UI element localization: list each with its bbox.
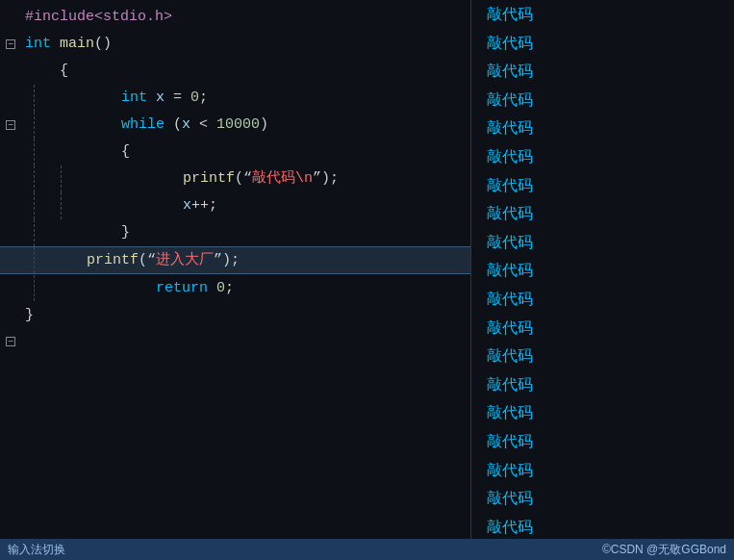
sidebar-item: 敲代码 bbox=[471, 0, 734, 29]
code-line: } bbox=[0, 219, 470, 246]
token: ; bbox=[225, 280, 234, 296]
sidebar-item: 敲代码 bbox=[471, 228, 734, 257]
code-lines: #include<stdio.h>−int main() { int x = 0… bbox=[0, 0, 470, 359]
sidebar-item: 敲代码 bbox=[471, 427, 734, 456]
sidebar-item: 敲代码 bbox=[471, 256, 734, 285]
indent-guide bbox=[21, 112, 48, 138]
sidebar-item: 敲代码 bbox=[471, 456, 734, 485]
token: ”); bbox=[214, 252, 240, 268]
code-content: printf(“进入大厂”); bbox=[48, 247, 470, 273]
token: } bbox=[25, 307, 34, 323]
token bbox=[52, 252, 87, 268]
sidebar-item: 敲代码 bbox=[471, 171, 734, 200]
indent-guide bbox=[21, 139, 48, 165]
code-content: #include<stdio.h> bbox=[21, 4, 470, 30]
token bbox=[52, 280, 156, 296]
token bbox=[52, 89, 121, 106]
token: < bbox=[190, 116, 216, 133]
code-line: { bbox=[0, 139, 470, 165]
code-line: return 0; bbox=[0, 274, 470, 301]
token bbox=[79, 197, 183, 214]
token: 10000 bbox=[216, 116, 260, 133]
token: (“ bbox=[235, 170, 252, 187]
fold-icon[interactable]: − bbox=[0, 337, 21, 346]
code-line: int x = 0; bbox=[0, 85, 470, 112]
token: (“ bbox=[139, 252, 156, 268]
status-bar: 输入法切换 ©CSDN @无敬GGBond bbox=[0, 539, 734, 560]
fold-icon[interactable]: − bbox=[0, 120, 21, 130]
token: while bbox=[121, 116, 165, 133]
token: printf bbox=[87, 252, 139, 268]
token: int bbox=[121, 89, 147, 106]
sidebar-items: 敲代码敲代码敲代码敲代码敲代码敲代码敲代码敲代码敲代码敲代码敲代码敲代码敲代码敲… bbox=[471, 0, 734, 539]
sidebar-item: 敲代码 bbox=[471, 142, 734, 171]
token: = bbox=[165, 89, 190, 106]
indent-guide bbox=[48, 192, 75, 218]
token: ) bbox=[260, 116, 268, 133]
token: x bbox=[182, 116, 190, 133]
token: int bbox=[25, 36, 51, 52]
fold-icon[interactable]: − bbox=[0, 39, 21, 49]
sidebar-item: 敲代码 bbox=[471, 370, 734, 399]
code-line: } bbox=[0, 301, 470, 328]
code-line: printf(“敲代码\n”); bbox=[0, 165, 470, 192]
indent-guide bbox=[21, 275, 48, 301]
token: #include<stdio.h> bbox=[25, 9, 172, 25]
token: main bbox=[51, 36, 94, 52]
token: x bbox=[156, 89, 165, 106]
sidebar-item: 敲代码 bbox=[471, 314, 734, 343]
token: 0 bbox=[216, 280, 225, 296]
code-content: int main() bbox=[21, 31, 470, 57]
code-content bbox=[21, 340, 470, 344]
token: 进入大厂 bbox=[156, 252, 214, 268]
sidebar-item: 敲代码 bbox=[471, 484, 734, 513]
sidebar-item: 敲代码 bbox=[471, 285, 734, 314]
token: 0 bbox=[190, 89, 199, 106]
sidebar-content: 敲代码敲代码敲代码敲代码敲代码敲代码敲代码敲代码敲代码敲代码敲代码敲代码敲代码敲… bbox=[471, 0, 734, 539]
code-content: printf(“敲代码\n”); bbox=[75, 165, 470, 191]
token: () bbox=[94, 36, 112, 52]
code-line: − bbox=[0, 328, 470, 355]
token: x bbox=[183, 197, 191, 214]
code-line: { bbox=[0, 58, 470, 85]
token: ”); bbox=[313, 170, 339, 187]
code-content: { bbox=[21, 58, 470, 84]
indent-guide bbox=[21, 165, 48, 191]
code-content: { bbox=[48, 139, 470, 165]
status-right: ©CSDN @无敬GGBond bbox=[602, 542, 726, 558]
code-content: return 0; bbox=[48, 275, 470, 301]
token bbox=[147, 89, 156, 106]
indent-guide bbox=[48, 165, 75, 191]
sidebar-item: 敲代码 bbox=[471, 29, 734, 58]
sidebar-item: 敲代码 bbox=[471, 86, 734, 115]
token: ( bbox=[165, 116, 182, 133]
token bbox=[79, 170, 183, 187]
code-content: } bbox=[48, 219, 470, 245]
token: return bbox=[156, 280, 208, 296]
code-content: while (x < 10000) bbox=[48, 112, 470, 138]
indent-guide bbox=[21, 192, 48, 218]
indent-guide bbox=[21, 219, 48, 245]
code-line: − while (x < 10000) bbox=[0, 112, 470, 139]
code-content: } bbox=[21, 302, 470, 328]
sidebar-panel: 敲代码敲代码敲代码敲代码敲代码敲代码敲代码敲代码敲代码敲代码敲代码敲代码敲代码敲… bbox=[471, 0, 734, 539]
indent-guide bbox=[21, 85, 48, 111]
status-left: 输入法切换 bbox=[8, 542, 65, 558]
sidebar-item: 敲代码 bbox=[471, 398, 734, 427]
code-line: −int main() bbox=[0, 31, 470, 58]
code-content: int x = 0; bbox=[48, 85, 470, 111]
token: { bbox=[25, 63, 68, 79]
sidebar-item: 敲代码 bbox=[471, 57, 734, 86]
code-line: printf(“进入大厂”); bbox=[0, 246, 470, 274]
main-area: #include<stdio.h>−int main() { int x = 0… bbox=[0, 0, 734, 539]
sidebar-item: 敲代码 bbox=[471, 114, 734, 142]
code-line: x++; bbox=[0, 192, 470, 219]
token bbox=[52, 116, 121, 133]
token: { bbox=[52, 143, 130, 160]
token: ; bbox=[199, 89, 208, 106]
token bbox=[208, 280, 216, 296]
token: } bbox=[52, 224, 130, 241]
indent-guide bbox=[21, 247, 48, 273]
code-panel: #include<stdio.h>−int main() { int x = 0… bbox=[0, 0, 471, 539]
sidebar-item: 敲代码 bbox=[471, 513, 734, 539]
